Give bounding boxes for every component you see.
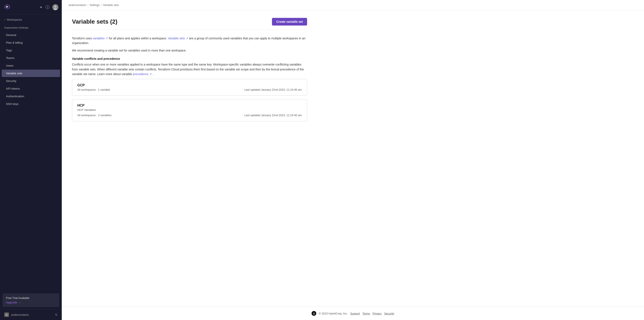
varset-updated-hcp: Last updated January 22nd 2023, 11:15:40… bbox=[244, 114, 302, 117]
conflict-description: Conflicts occur when one or more variabl… bbox=[72, 62, 307, 76]
description-2: We recommend creating a variable set for… bbox=[72, 48, 307, 53]
varset-updated-gcp: Last updated January 22nd 2023, 11:10:46… bbox=[244, 88, 302, 91]
search-icon[interactable]: ⚭ bbox=[40, 5, 42, 9]
page-footer: ⨀ © 2023 HashiCorp, Inc. Support Terms P… bbox=[62, 307, 644, 320]
support-link[interactable]: Support bbox=[350, 312, 360, 315]
sidebar-header: ⚭ ⓘ bbox=[0, 0, 62, 15]
sidebar-item-plan-billing[interactable]: Plan & billing bbox=[2, 39, 60, 46]
page-header: Variable sets (2) Create variable set bbox=[72, 18, 307, 30]
free-trial-banner: Free Trial Available Upgrade → bbox=[2, 294, 59, 307]
variables-link[interactable]: variables ↗ bbox=[93, 36, 108, 40]
conflict-text-2: . bbox=[153, 72, 154, 76]
sidebar-item-authentication[interactable]: Authentication bbox=[2, 93, 60, 100]
varset-name-gcp: GCP bbox=[77, 83, 302, 87]
main-content: andersondario / Settings / Variable sets… bbox=[62, 0, 644, 320]
chevron-left-icon: ‹ bbox=[4, 18, 5, 21]
page-content: Variable sets (2) Create variable set Te… bbox=[62, 10, 317, 307]
section-label: Organization Settings bbox=[0, 25, 62, 31]
sidebar-item-ssh-keys[interactable]: SSH keys bbox=[2, 100, 60, 108]
sidebar-item-security[interactable]: Security bbox=[2, 77, 60, 85]
svg-point-3 bbox=[54, 5, 56, 8]
svg-point-4 bbox=[54, 8, 57, 10]
page-title: Variable sets (2) bbox=[72, 18, 117, 25]
conflict-text-1: Conflicts occur when one or more variabl… bbox=[72, 63, 304, 76]
variable-sets-link[interactable]: Variable sets ↗ bbox=[168, 36, 188, 40]
sidebar-item-variable-sets[interactable]: Variable sets bbox=[2, 70, 60, 77]
trial-title: Free Trial Available bbox=[6, 296, 56, 300]
sidebar-item-tags[interactable]: Tags bbox=[2, 47, 60, 54]
security-link[interactable]: Security bbox=[384, 312, 394, 315]
logo bbox=[4, 3, 11, 11]
varset-scope-hcp: All workspaces · 2 variables bbox=[77, 114, 112, 117]
desc-text-1c: for all plans and applies within a works… bbox=[109, 36, 168, 40]
upgrade-link[interactable]: Upgrade → bbox=[6, 301, 56, 304]
create-variable-set-button[interactable]: Create variable set bbox=[272, 18, 307, 25]
breadcrumb-settings[interactable]: Settings bbox=[90, 3, 100, 6]
sidebar-item-general[interactable]: General bbox=[2, 31, 60, 39]
varset-meta-hcp: All workspaces · 2 variables Last update… bbox=[77, 114, 302, 117]
desc-text-1a: Terraform uses bbox=[72, 36, 93, 40]
varset-scope-gcp: All workspaces · 1 variable bbox=[77, 88, 110, 91]
sidebar-item-api-tokens[interactable]: API tokens bbox=[2, 85, 60, 92]
description-1: Terraform uses variables ↗ for all plans… bbox=[72, 36, 307, 45]
privacy-link[interactable]: Privacy bbox=[372, 312, 382, 315]
help-icon[interactable]: ⓘ bbox=[46, 5, 50, 10]
sep-2: / bbox=[101, 3, 102, 6]
varset-name-hcp: HCP bbox=[77, 104, 302, 107]
hashicorp-logo: ⨀ bbox=[312, 311, 316, 316]
sidebar: ⚭ ⓘ ‹ Workspaces Organization Settings G… bbox=[0, 0, 62, 320]
variable-set-gcp[interactable]: GCP All workspaces · 1 variable Last upd… bbox=[72, 79, 307, 96]
avatar[interactable] bbox=[52, 4, 58, 10]
back-label: Workspaces bbox=[7, 18, 22, 21]
org-info: andersondario bbox=[4, 312, 29, 317]
org-icon bbox=[4, 312, 9, 317]
copyright: © 2023 HashiCorp, Inc. bbox=[319, 312, 348, 315]
varset-desc-hcp: HCP Variables bbox=[77, 108, 302, 111]
sep-1: / bbox=[88, 3, 88, 6]
sidebar-nav: General Plan & billing Tags Teams Users … bbox=[0, 31, 62, 108]
expand-icon: ⇅ bbox=[55, 313, 58, 317]
terms-link[interactable]: Terms bbox=[362, 312, 370, 315]
variable-sets-list: GCP All workspaces · 1 variable Last upd… bbox=[72, 79, 307, 121]
sidebar-item-teams[interactable]: Teams bbox=[2, 54, 60, 62]
org-name: andersondario bbox=[11, 313, 29, 317]
precedence-link[interactable]: precedence ↗ bbox=[133, 72, 152, 76]
conflict-heading: Variable conflicts and precedence bbox=[72, 57, 307, 60]
breadcrumb: andersondario / Settings / Variable sets bbox=[62, 0, 644, 10]
back-to-workspaces[interactable]: ‹ Workspaces bbox=[0, 15, 62, 25]
svg-rect-6 bbox=[6, 314, 7, 316]
breadcrumb-current: Variable sets bbox=[103, 3, 118, 6]
arrow-icon: → bbox=[18, 301, 21, 304]
varset-meta-gcp: All workspaces · 1 variable Last updated… bbox=[77, 88, 302, 91]
sidebar-item-users[interactable]: Users bbox=[2, 62, 60, 69]
header-icons: ⚭ ⓘ bbox=[40, 4, 58, 10]
sidebar-footer[interactable]: andersondario ⇅ bbox=[0, 309, 62, 320]
breadcrumb-org[interactable]: andersondario bbox=[68, 3, 86, 6]
variable-set-hcp[interactable]: HCP HCP Variables All workspaces · 2 var… bbox=[72, 99, 307, 121]
